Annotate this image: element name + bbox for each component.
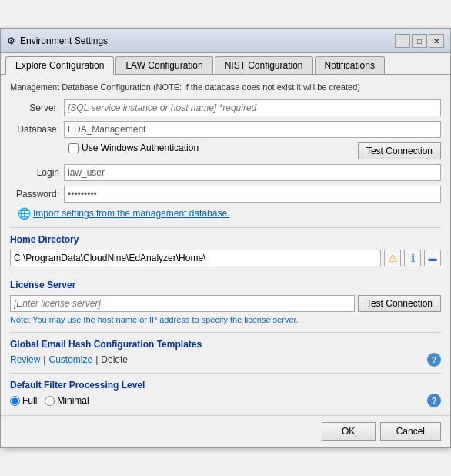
filter-radio-group: Full Minimal (10, 395, 89, 406)
tab-notifications[interactable]: Notifications (315, 56, 385, 74)
email-hash-help-icon[interactable]: ? (427, 353, 441, 367)
separator-2: | (95, 354, 98, 365)
filter-full-label: Full (22, 395, 37, 406)
windows-auth-label: Use Windows Authentication (82, 142, 199, 153)
password-row: Password: (10, 186, 441, 203)
separator-1: | (43, 354, 45, 365)
filter-row: Full Minimal ? (10, 394, 441, 407)
database-row: Database: (10, 121, 441, 138)
tab-explore[interactable]: Explore Configuration (5, 56, 114, 75)
home-directory-input[interactable] (10, 250, 381, 266)
warning-icon-button[interactable]: ⚠ (384, 250, 401, 266)
filter-full-option: Full (10, 395, 37, 406)
bottom-buttons: OK Cancel (1, 415, 450, 447)
divider-4 (10, 373, 441, 374)
tab-content: Management Database Configuration (NOTE:… (1, 75, 450, 415)
import-link-row: 🌐 Import settings from the management da… (18, 207, 441, 220)
minimize-button[interactable]: — (395, 34, 410, 48)
maximize-button[interactable]: □ (412, 34, 427, 48)
tab-nist[interactable]: NIST Configuration (215, 56, 313, 74)
divider-2 (10, 273, 441, 273)
database-label: Database: (10, 124, 64, 135)
filter-minimal-option: Minimal (45, 395, 89, 406)
home-directory-header: Home Directory (10, 234, 441, 245)
ok-button[interactable]: OK (322, 422, 376, 441)
login-label: Login (10, 167, 64, 178)
filter-full-radio[interactable] (10, 396, 20, 406)
titlebar-controls: — □ ✕ (395, 34, 444, 48)
server-label: Server: (10, 102, 64, 113)
management-db-note: Management Database Configuration (NOTE:… (10, 82, 441, 92)
license-server-header: License Server (10, 280, 441, 290)
license-test-connection-button[interactable]: Test Connection (358, 295, 441, 312)
titlebar: ⚙ Environment Settings — □ ✕ (1, 29, 450, 53)
email-hash-header: Global Email Hash Configuration Template… (10, 339, 441, 350)
filter-minimal-radio[interactable] (45, 396, 55, 406)
customize-link[interactable]: Customize (48, 354, 92, 365)
tab-law[interactable]: LAW Configuration (115, 56, 212, 74)
filter-help-icon[interactable]: ? (427, 394, 441, 407)
app-icon: ⚙ (7, 35, 15, 46)
filter-minimal-label: Minimal (57, 395, 89, 406)
password-label: Password: (10, 189, 64, 199)
license-server-input[interactable] (10, 295, 355, 312)
close-button[interactable]: ✕ (429, 34, 444, 48)
license-server-row: Test Connection (10, 295, 441, 312)
login-input[interactable] (64, 164, 441, 181)
email-links-left: Review | Customize | Delete (10, 354, 128, 365)
license-server-note: Note: You may use the host name or IP ad… (10, 315, 441, 324)
import-link[interactable]: Import settings from the management data… (33, 208, 229, 219)
review-link[interactable]: Review (10, 354, 40, 365)
browse-button[interactable]: ▬ (424, 250, 441, 266)
home-directory-row: ⚠ ℹ ▬ (10, 250, 441, 266)
server-row: Server: (10, 99, 441, 116)
divider-3 (10, 332, 441, 333)
main-window: ⚙ Environment Settings — □ ✕ Explore Con… (0, 28, 451, 448)
windows-auth-row: Use Windows Authentication (68, 142, 199, 153)
server-input[interactable] (64, 99, 441, 116)
window-title: Environment Settings (20, 35, 108, 46)
info-icon-button[interactable]: ℹ (404, 250, 421, 266)
database-input[interactable] (64, 121, 441, 138)
windows-auth-checkbox[interactable] (68, 143, 79, 153)
filter-header: Default Filter Processing Level (10, 380, 441, 391)
cancel-button[interactable]: Cancel (380, 422, 441, 441)
test-connection-button[interactable]: Test Connection (358, 142, 441, 159)
divider-1 (10, 227, 441, 228)
globe-icon: 🌐 (18, 207, 30, 220)
password-input[interactable] (64, 186, 441, 203)
delete-link[interactable]: Delete (101, 354, 128, 365)
login-row: Login (10, 164, 441, 181)
email-links-row: Review | Customize | Delete ? (10, 353, 441, 367)
titlebar-left: ⚙ Environment Settings (7, 35, 108, 46)
tab-bar: Explore Configuration LAW Configuration … (1, 53, 450, 75)
